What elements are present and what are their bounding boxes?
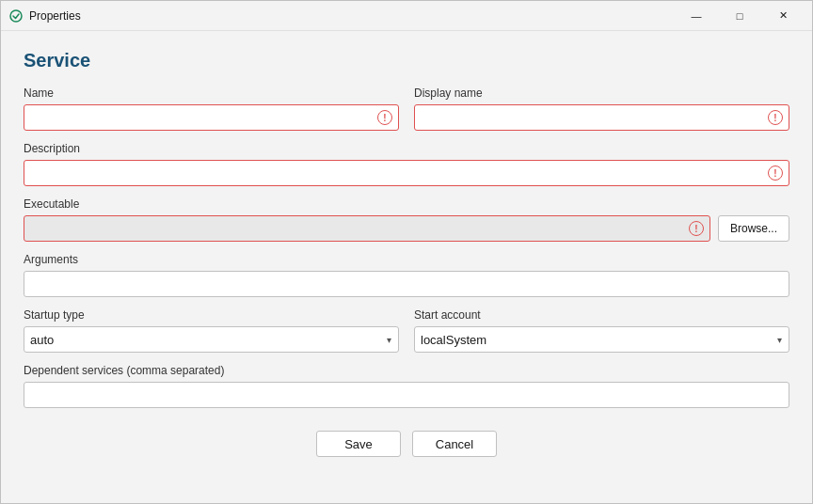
startup-type-group: Startup type auto manual disabled ▾ [24,308,399,353]
app-icon [8,8,24,24]
executable-input[interactable] [24,215,710,242]
name-label: Name [24,87,399,100]
properties-window: Properties — □ ✕ Service Name ! Display … [0,0,813,504]
description-row: Description ! [24,142,789,186]
maximize-button[interactable]: □ [718,1,761,31]
title-bar-text: Properties [29,9,675,23]
display-name-group: Display name ! [414,87,789,131]
dependent-services-input-wrapper [24,382,789,408]
save-button[interactable]: Save [316,431,401,457]
executable-group: Executable ! [24,197,710,242]
executable-label: Executable [24,197,710,211]
start-account-select[interactable]: localSystem localService networkService [414,326,789,353]
svg-point-0 [10,10,22,22]
arguments-label: Arguments [24,253,789,266]
arguments-input[interactable] [24,271,789,297]
cancel-button[interactable]: Cancel [412,431,497,457]
name-group: Name ! [24,87,399,131]
dependent-services-label: Dependent services (comma separated) [24,364,789,377]
footer: Save Cancel [24,419,789,465]
name-display-row: Name ! Display name ! [24,87,789,131]
startup-type-select[interactable]: auto manual disabled [24,326,399,353]
description-label: Description [24,142,789,155]
title-bar: Properties — □ ✕ [1,1,812,31]
startup-type-select-wrapper: auto manual disabled ▾ [24,326,399,353]
arguments-row: Arguments [24,253,789,297]
dependent-services-group: Dependent services (comma separated) [24,364,789,408]
description-group: Description ! [24,142,789,186]
start-account-select-wrapper: localSystem localService networkService … [414,326,789,353]
description-input[interactable] [24,160,789,186]
form-content: Service Name ! Display name ! Descri [1,31,812,503]
executable-input-wrapper: ! [24,215,710,242]
dependent-services-row: Dependent services (comma separated) [24,364,789,408]
display-name-input[interactable] [414,104,789,131]
start-account-group: Start account localSystem localService n… [414,308,789,353]
close-button[interactable]: ✕ [761,1,805,31]
display-name-label: Display name [414,87,789,100]
arguments-group: Arguments [24,253,789,297]
name-input[interactable] [24,104,399,131]
start-account-label: Start account [414,308,789,322]
dependent-services-input[interactable] [24,382,789,408]
minimize-button[interactable]: — [675,1,718,31]
startup-type-label: Startup type [24,308,399,322]
title-bar-controls: — □ ✕ [675,1,805,31]
arguments-input-wrapper [24,271,789,297]
executable-row: Executable ! Browse... [24,197,789,242]
section-title: Service [24,50,789,71]
name-input-wrapper: ! [24,104,399,131]
startup-account-row: Startup type auto manual disabled ▾ Star… [24,308,789,353]
browse-button[interactable]: Browse... [718,215,789,242]
description-input-wrapper: ! [24,160,789,186]
display-name-input-wrapper: ! [414,104,789,131]
